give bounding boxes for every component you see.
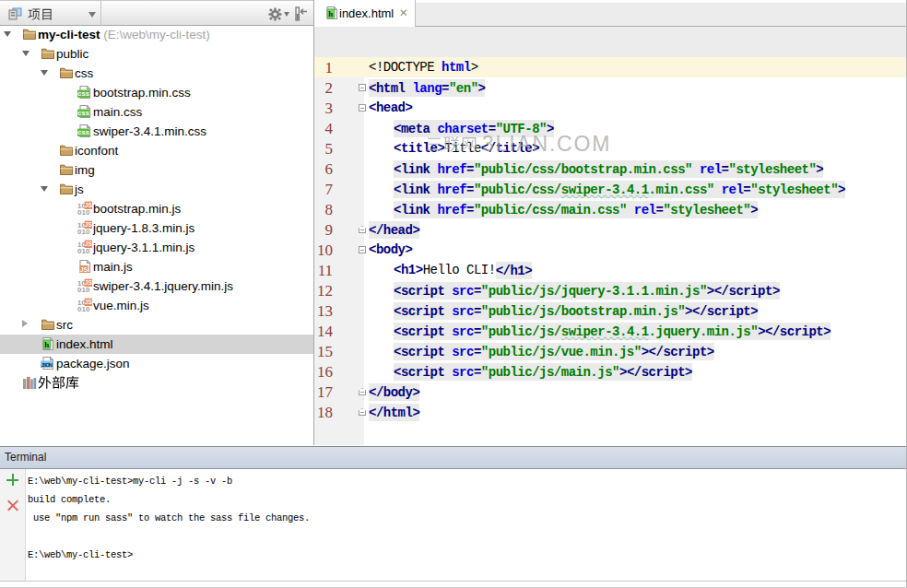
svg-text:css: css [77,89,89,98]
svg-text:JS: JS [85,279,92,286]
svg-text:010: 010 [77,228,90,235]
svg-text:css: css [77,109,89,117]
svg-text:css: css [77,128,89,136]
svg-text:JS: JS [85,299,92,305]
svg-text:010: 010 [77,286,90,293]
svg-text:010: 010 [77,305,90,312]
svg-text:JS: JS [85,202,92,208]
svg-text:h: h [44,340,49,349]
svg-text:JS: JS [85,241,92,247]
svg-text:JS: JS [85,221,92,228]
svg-text:010: 010 [77,208,90,216]
svg-text:010: 010 [77,247,90,254]
svg-text:JSON: JSON [41,361,53,368]
svg-text:h: h [328,9,333,18]
svg-text:JS: JS [80,266,88,273]
